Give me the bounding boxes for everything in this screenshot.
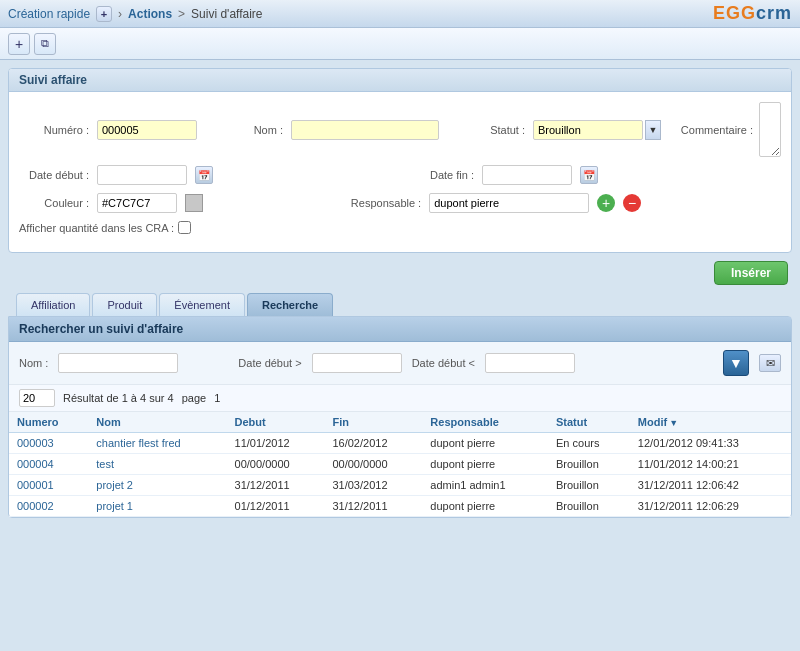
- row-link-nom[interactable]: projet 2: [96, 479, 133, 491]
- afficher-quantite-label[interactable]: Afficher quantité dans les CRA :: [19, 221, 191, 234]
- cell-statut: En cours: [548, 433, 630, 454]
- suivi-affaire-body: Numéro : Nom : Statut : ▼ Commentaire : …: [9, 92, 791, 252]
- table-row: 000001projet 231/12/201131/03/2012admin1…: [9, 475, 791, 496]
- row-link-numero[interactable]: 000002: [17, 500, 54, 512]
- search-bar: Nom : Date début > Date début < ▼ ✉: [9, 342, 791, 385]
- search-date-gt-input[interactable]: [312, 353, 402, 373]
- cell-nom[interactable]: projet 1: [88, 496, 226, 517]
- col-modif[interactable]: Modif▼: [630, 412, 791, 433]
- remove-responsable-btn[interactable]: −: [623, 194, 641, 212]
- couleur-label: Couleur :: [19, 197, 89, 209]
- col-statut[interactable]: Statut: [548, 412, 630, 433]
- top-bar: Création rapide + › Actions > Suivi d'af…: [0, 0, 800, 28]
- col-fin[interactable]: Fin: [324, 412, 422, 433]
- tabs-bar: Affiliation Produit Évènement Recherche: [8, 293, 792, 316]
- color-swatch[interactable]: [185, 194, 203, 212]
- sort-icon: ▼: [669, 418, 678, 428]
- filter-button[interactable]: ▼: [723, 350, 749, 376]
- cell-fin: 00/00/0000: [324, 454, 422, 475]
- search-date-lt-input[interactable]: [485, 353, 575, 373]
- form-row-3: Couleur : Responsable : + −: [19, 193, 781, 213]
- page-value: 1: [214, 392, 220, 404]
- cell-modif: 11/01/2012 14:00:21: [630, 454, 791, 475]
- couleur-input[interactable]: [97, 193, 177, 213]
- results-info: Résultat de 1 à 4 sur 4 page 1: [9, 385, 791, 412]
- cell-nom[interactable]: projet 2: [88, 475, 226, 496]
- responsable-label: Responsable :: [351, 197, 421, 209]
- date-fin-label: Date fin :: [404, 169, 474, 181]
- date-fin-input[interactable]: [482, 165, 572, 185]
- search-nom-label: Nom :: [19, 357, 48, 369]
- logo-text: EGG: [713, 3, 756, 23]
- table-header-row: Numero Nom Debut Fin Responsable Statut …: [9, 412, 791, 433]
- cell-responsable: admin1 admin1: [422, 475, 548, 496]
- cell-nom[interactable]: chantier flest fred: [88, 433, 226, 454]
- add-creation-btn[interactable]: +: [96, 6, 112, 22]
- row-link-nom[interactable]: chantier flest fred: [96, 437, 180, 449]
- cell-responsable: dupont pierre: [422, 496, 548, 517]
- responsable-input[interactable]: [429, 193, 589, 213]
- breadcrumb-current: Suivi d'affaire: [191, 7, 262, 21]
- statut-dropdown-btn[interactable]: ▼: [645, 120, 661, 140]
- tab-produit[interactable]: Produit: [92, 293, 157, 316]
- row-link-numero[interactable]: 000004: [17, 458, 54, 470]
- col-debut[interactable]: Debut: [227, 412, 325, 433]
- cell-numero[interactable]: 000003: [9, 433, 88, 454]
- cell-nom[interactable]: test: [88, 454, 226, 475]
- copy-button[interactable]: ⧉: [34, 33, 56, 55]
- numero-label: Numéro :: [19, 124, 89, 136]
- toolbar: + ⧉: [0, 28, 800, 60]
- cell-fin: 16/02/2012: [324, 433, 422, 454]
- breadcrumb-actions[interactable]: Actions: [128, 7, 172, 21]
- email-icon[interactable]: ✉: [759, 354, 781, 372]
- cell-modif: 31/12/2011 12:06:29: [630, 496, 791, 517]
- col-responsable[interactable]: Responsable: [422, 412, 548, 433]
- form-row-2: Date début : 📅 Date fin : 📅: [19, 165, 781, 185]
- date-debut-label: Date début :: [19, 169, 89, 181]
- row-link-numero[interactable]: 000001: [17, 479, 54, 491]
- numero-input[interactable]: [97, 120, 197, 140]
- date-debut-calendar-icon[interactable]: 📅: [195, 166, 213, 184]
- search-date-gt-label: Date début >: [238, 357, 301, 369]
- cell-debut: 00/00/0000: [227, 454, 325, 475]
- date-fin-calendar-icon[interactable]: 📅: [580, 166, 598, 184]
- add-button[interactable]: +: [8, 33, 30, 55]
- commentaire-label: Commentaire :: [681, 124, 751, 136]
- cell-responsable: dupont pierre: [422, 454, 548, 475]
- cell-debut: 31/12/2011: [227, 475, 325, 496]
- add-responsable-btn[interactable]: +: [597, 194, 615, 212]
- insert-button[interactable]: Insérer: [714, 261, 788, 285]
- nom-input[interactable]: [291, 120, 439, 140]
- per-page-input[interactable]: [19, 389, 55, 407]
- tab-affiliation[interactable]: Affiliation: [16, 293, 90, 316]
- row-link-numero[interactable]: 000003: [17, 437, 54, 449]
- cell-numero[interactable]: 000004: [9, 454, 88, 475]
- row-link-nom[interactable]: projet 1: [96, 500, 133, 512]
- cell-modif: 31/12/2011 12:06:42: [630, 475, 791, 496]
- breadcrumb-sep2: >: [178, 7, 185, 21]
- suivi-affaire-box: Suivi affaire Numéro : Nom : Statut : ▼ …: [8, 68, 792, 253]
- search-date-lt-label: Date début <: [412, 357, 475, 369]
- cell-numero[interactable]: 000001: [9, 475, 88, 496]
- cell-numero[interactable]: 000002: [9, 496, 88, 517]
- data-table: Numero Nom Debut Fin Responsable Statut …: [9, 412, 791, 517]
- col-nom[interactable]: Nom: [88, 412, 226, 433]
- cell-statut: Brouillon: [548, 496, 630, 517]
- afficher-quantite-checkbox[interactable]: [178, 221, 191, 234]
- search-nom-input[interactable]: [58, 353, 178, 373]
- date-debut-input[interactable]: [97, 165, 187, 185]
- col-numero[interactable]: Numero: [9, 412, 88, 433]
- cell-fin: 31/03/2012: [324, 475, 422, 496]
- commentaire-textarea[interactable]: [759, 102, 781, 157]
- cell-statut: Brouillon: [548, 454, 630, 475]
- logo-crm: crm: [756, 3, 792, 23]
- row-link-nom[interactable]: test: [96, 458, 114, 470]
- statut-input[interactable]: [533, 120, 643, 140]
- statut-label: Statut :: [455, 124, 525, 136]
- nom-label: Nom :: [213, 124, 283, 136]
- tab-recherche[interactable]: Recherche: [247, 293, 333, 316]
- breadcrumb-sep1: ›: [118, 7, 122, 21]
- creation-rapide-link[interactable]: Création rapide: [8, 7, 90, 21]
- app-logo: EGGcrm: [713, 3, 792, 24]
- tab-evenement[interactable]: Évènement: [159, 293, 245, 316]
